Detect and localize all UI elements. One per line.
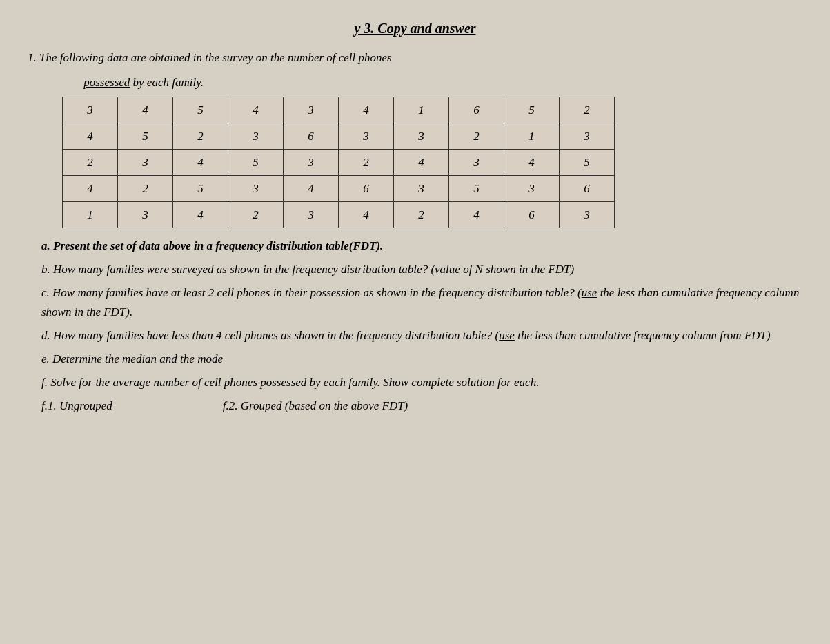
- table-cell: 4: [228, 97, 284, 123]
- table-cell: 3: [118, 150, 173, 176]
- table-cell: 4: [339, 202, 394, 228]
- question-number: 1.: [28, 51, 37, 64]
- table-cell: 4: [284, 176, 339, 202]
- table-cell: 5: [449, 176, 504, 202]
- part-a-text: a. Present the set of data above in a fr…: [41, 239, 383, 252]
- table-cell: 3: [284, 150, 339, 176]
- table-row: 3454341652: [63, 97, 615, 123]
- table-row: 4523633213: [63, 123, 615, 150]
- table-cell: 3: [118, 202, 173, 228]
- table-cell: 4: [449, 202, 504, 228]
- table-cell: 4: [173, 202, 228, 228]
- table-cell: 1: [504, 123, 560, 150]
- table-cell: 5: [504, 97, 560, 123]
- table-cell: 6: [504, 202, 560, 228]
- table-cell: 3: [63, 97, 118, 123]
- table-cell: 6: [449, 97, 504, 123]
- part-c-text: c. How many families have at least 2 cel…: [41, 286, 799, 319]
- table-cell: 3: [284, 202, 339, 228]
- table-cell: 2: [339, 150, 394, 176]
- table-cell: 5: [173, 176, 228, 202]
- table-row: 4253463536: [63, 176, 615, 202]
- possessed-label: possessed: [83, 76, 130, 89]
- table-cell: 2: [449, 123, 504, 150]
- part-f-intro: f. Solve for the average number of cell …: [41, 373, 802, 392]
- table-cell: 3: [560, 123, 615, 150]
- table-cell: 5: [560, 150, 615, 176]
- table-cell: 1: [394, 97, 449, 123]
- table-cell: 4: [504, 150, 560, 176]
- sub-questions: a. Present the set of data above in a fr…: [41, 237, 802, 416]
- table-cell: 2: [394, 202, 449, 228]
- heading-text: y 3. Copy and answer: [354, 21, 475, 36]
- table-cell: 4: [63, 176, 118, 202]
- table-cell: 2: [173, 123, 228, 150]
- table-row: 1342342463: [63, 202, 615, 228]
- table-cell: 3: [339, 123, 394, 150]
- table-cell: 6: [339, 176, 394, 202]
- part-e-text: e. Determine the median and the mode: [41, 352, 223, 365]
- table-cell: 1: [63, 202, 118, 228]
- part-d: d. How many families have less than 4 ce…: [41, 326, 802, 345]
- question-intro: 1. The following data are obtained in th…: [28, 49, 802, 67]
- data-table: 3454341652452363321323453243454253463536…: [62, 97, 615, 228]
- part-f2: f.2. Grouped (based on the above FDT): [223, 396, 408, 416]
- table-cell: 2: [63, 150, 118, 176]
- table-cell: 3: [228, 176, 284, 202]
- part-f-subparts: f.1. Ungrouped f.2. Grouped (based on th…: [41, 396, 802, 416]
- table-cell: 4: [173, 150, 228, 176]
- table-cell: 2: [228, 202, 284, 228]
- table-cell: 4: [118, 97, 173, 123]
- top-heading: y 3. Copy and answer: [28, 21, 802, 37]
- part-a: a. Present the set of data above in a fr…: [41, 237, 802, 256]
- question-block: 1. The following data are obtained in th…: [28, 49, 802, 416]
- possessed-suffix: by each family.: [130, 76, 204, 89]
- table-cell: 5: [118, 123, 173, 150]
- part-f-text: f. Solve for the average number of cell …: [41, 376, 539, 389]
- table-cell: 4: [339, 97, 394, 123]
- part-d-text: d. How many families have less than 4 ce…: [41, 329, 771, 342]
- table-cell: 6: [560, 176, 615, 202]
- table-cell: 3: [394, 123, 449, 150]
- table-cell: 4: [63, 123, 118, 150]
- table-cell: 3: [504, 176, 560, 202]
- table-cell: 2: [560, 97, 615, 123]
- table-cell: 3: [449, 150, 504, 176]
- part-e: e. Determine the median and the mode: [41, 350, 802, 369]
- table-cell: 5: [228, 150, 284, 176]
- table-cell: 4: [394, 150, 449, 176]
- table-cell: 3: [228, 123, 284, 150]
- part-b-text: b. How many families were surveyed as sh…: [41, 263, 574, 276]
- possessed-line: possessed by each family.: [69, 74, 802, 92]
- table-cell: 2: [118, 176, 173, 202]
- part-f1: f.1. Ungrouped: [41, 396, 112, 416]
- part-c: c. How many families have at least 2 cel…: [41, 283, 802, 322]
- table-cell: 3: [560, 202, 615, 228]
- table-cell: 5: [173, 97, 228, 123]
- question-intro-text: The following data are obtained in the s…: [39, 51, 392, 64]
- part-b: b. How many families were surveyed as sh…: [41, 260, 802, 279]
- table-row: 2345324345: [63, 150, 615, 176]
- table-cell: 3: [284, 97, 339, 123]
- table-cell: 6: [284, 123, 339, 150]
- table-cell: 3: [394, 176, 449, 202]
